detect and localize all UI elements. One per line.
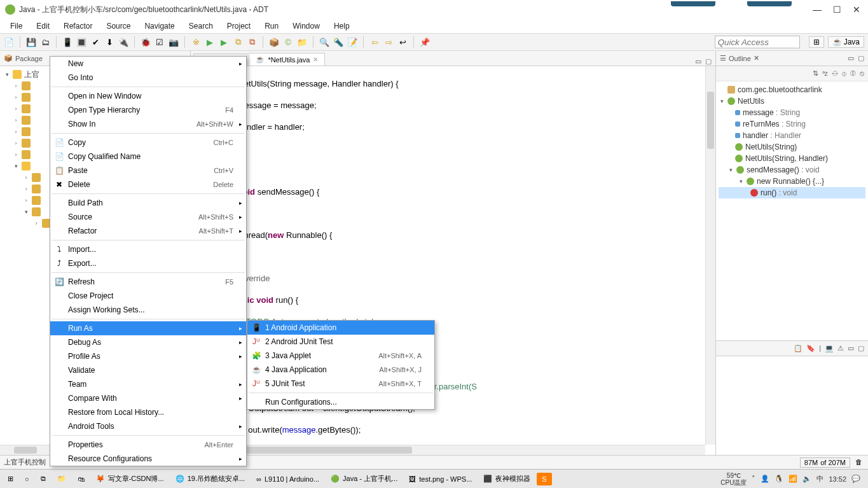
quick-access-input[interactable] — [715, 36, 800, 48]
forward-icon[interactable]: ⇨ — [383, 37, 394, 47]
close-icon[interactable]: ✕ — [313, 56, 318, 63]
menu-window[interactable]: Window — [286, 20, 326, 32]
tray-vol-icon[interactable]: 🔈 — [803, 475, 811, 483]
ctx-resource-cfg[interactable]: Resource Configurations▸ — [50, 452, 246, 466]
ctx-refactor[interactable]: RefactorAlt+Shift+T▸ — [50, 224, 246, 238]
editor-vscrollbar[interactable] — [705, 66, 715, 445]
menu-edit[interactable]: Edit — [30, 20, 56, 32]
new-icon[interactable]: 📄 — [4, 37, 14, 47]
perspective-open-icon[interactable]: ⊞ — [809, 36, 824, 48]
perspective-java[interactable]: ☕ Java — [828, 36, 864, 48]
avd-icon[interactable]: 🔳 — [76, 37, 86, 47]
sort-icon[interactable]: ⇅ — [813, 69, 818, 78]
runas-java-applet[interactable]: 🧩3 Java AppletAlt+Shift+X, A — [247, 349, 434, 363]
editor-max-icon[interactable]: ▢ — [705, 57, 712, 66]
run-last-icon[interactable]: ▶ — [219, 37, 229, 47]
chrome-icon[interactable]: 🌐19.吊炸酷炫安卓... — [170, 471, 250, 486]
hide-fields-icon[interactable]: ⦵ — [832, 69, 838, 78]
tray-penguin-icon[interactable]: 🐧 — [775, 475, 783, 483]
bottom-right-toolbar[interactable]: 📋 🔖 | 💻 ⚠ ▭ ▢ — [716, 341, 868, 356]
runas-java-app[interactable]: ☕4 Java ApplicationAlt+Shift+X, J — [247, 363, 434, 377]
runas-configurations[interactable]: Run Configurations... — [247, 395, 434, 409]
search-icon[interactable]: 🔦 — [333, 37, 343, 47]
menu-file[interactable]: File — [4, 20, 29, 32]
store-icon[interactable]: 🛍 — [72, 473, 90, 485]
editor-tabs[interactable]: rlActivity.java ☕ *NetUtils.java ✕ ▭▢ — [191, 51, 715, 66]
open-type-icon[interactable]: 🔍 — [319, 37, 329, 47]
ctx-debug-as[interactable]: Debug As▸ — [50, 335, 246, 349]
hide-nonpublic-icon[interactable]: ⦷ — [850, 69, 856, 78]
menu-help[interactable]: Help — [327, 20, 356, 32]
coverage-icon[interactable]: ⧉ — [233, 37, 243, 47]
ctx-build-path[interactable]: Build Path▸ — [50, 196, 246, 210]
ctx-assign-ws[interactable]: Assign Working Sets... — [50, 303, 246, 317]
ctx-open-type-hierarchy[interactable]: Open Type HierarchyF4 — [50, 103, 246, 117]
gc-icon[interactable]: 🗑 — [855, 458, 864, 467]
ctx-source[interactable]: SourceAlt+Shift+S▸ — [50, 210, 246, 224]
hide-static-icon[interactable]: ⦶ — [842, 69, 846, 78]
wps-icon[interactable]: 🖼test.png - WPS... — [404, 473, 477, 485]
ctx-import[interactable]: ⤵Import... — [50, 242, 246, 256]
back-icon[interactable]: ⇦ — [369, 37, 380, 47]
runas-junit[interactable]: Jᵁ5 JUnit TestAlt+Shift+X, T — [247, 377, 434, 391]
outline-min-icon[interactable]: ▭ — [848, 54, 854, 62]
run-icon[interactable]: ▶ — [205, 37, 215, 47]
new-package-icon[interactable]: 📦 — [269, 37, 279, 47]
ctx-properties[interactable]: PropertiesAlt+Enter — [50, 438, 246, 452]
outline-tree[interactable]: com.gec.bluetoothcarlink ▾NetUtils messa… — [716, 81, 868, 340]
explorer-icon[interactable]: 📁 — [52, 472, 71, 485]
save-icon[interactable]: 💾 — [26, 37, 36, 47]
menu-refactor[interactable]: Refactor — [57, 20, 99, 32]
ctx-export[interactable]: ⤴Export... — [50, 256, 246, 270]
debug-icon[interactable]: 🐞 — [141, 37, 151, 47]
windows-taskbar[interactable]: ⊞ ○ ⧉ 📁 🛍 🦊写文章-CSDN博... 🌐19.吊炸酷炫安卓... ∞L… — [0, 469, 868, 488]
outline-max-icon[interactable]: ▢ — [858, 54, 864, 62]
android-sdk-icon[interactable]: 📱 — [62, 37, 72, 47]
console-icon[interactable]: 💻 — [825, 344, 834, 352]
lint-icon[interactable]: ✔ — [90, 37, 100, 47]
hierarchy-icon[interactable]: ☑ — [155, 37, 165, 47]
context-menu-primary[interactable]: New▸ Go Into Open in New Window Open Typ… — [50, 56, 247, 466]
ctx-close-project[interactable]: Close Project — [50, 289, 246, 303]
tray-up-icon[interactable]: ˄ — [752, 475, 755, 483]
ctx-paste[interactable]: 📋PasteCtrl+V — [50, 164, 246, 178]
runas-android-app[interactable]: 📱1 Android Application — [247, 321, 434, 335]
menu-source[interactable]: Source — [100, 20, 137, 32]
start-button[interactable]: ⊞ — [3, 472, 18, 485]
tray-people-icon[interactable]: 👤 — [761, 475, 769, 483]
ext-tools-icon[interactable]: ⧉ — [247, 37, 257, 47]
annotation-icon[interactable]: 📝 — [347, 37, 357, 47]
context-menu-runas[interactable]: 📱1 Android Application Jᵁ2 Android JUnit… — [247, 320, 435, 410]
ctx-validate[interactable]: Validate — [50, 363, 246, 377]
problems-icon[interactable]: ⚠ — [837, 344, 844, 352]
ndk-icon[interactable]: ⬇ — [104, 37, 114, 47]
ctx-delete[interactable]: ✖DeleteDelete — [50, 178, 246, 192]
outline-class[interactable]: NetUtils — [738, 97, 764, 106]
close-button[interactable]: ✕ — [853, 4, 860, 15]
ctx-run-as[interactable]: Run As▸ — [50, 321, 246, 335]
debug-drop-icon[interactable]: ※ — [191, 37, 201, 47]
ctx-new[interactable]: New▸ — [50, 57, 246, 71]
last-edit-icon[interactable]: ↩ — [397, 37, 408, 47]
hide-local-icon[interactable]: ⦸ — [860, 69, 864, 78]
editor-hscrollbar[interactable] — [202, 445, 705, 455]
ctx-copy-qn[interactable]: 📄Copy Qualified Name — [50, 150, 246, 164]
tool-bar[interactable]: 📄 💾 🗂 📱 🔳 ✔ ⬇ 🔌 🐞 ☑ 📷 ※ ▶ ▶ ⧉ ⧉ 📦 © 📁 🔍 … — [0, 33, 868, 51]
editor-min-icon[interactable]: ▭ — [695, 57, 701, 66]
adb-icon[interactable]: 🔌 — [118, 37, 128, 47]
ctx-copy[interactable]: 📄CopyCtrl+C — [50, 136, 246, 150]
taskview-icon[interactable]: ⧉ — [36, 472, 51, 485]
minimize-button[interactable]: — — [813, 4, 822, 15]
ctx-open-new-window[interactable]: Open in New Window — [50, 89, 246, 103]
menu-run[interactable]: Run — [258, 20, 285, 32]
firefox-icon[interactable]: 🦊写文章-CSDN博... — [91, 471, 169, 486]
ctx-restore-lh[interactable]: Restore from Local History... — [50, 405, 246, 419]
save-all-icon[interactable]: 🗂 — [40, 37, 50, 47]
outline-toolbar[interactable]: ⇅ ᵃz ⦵ ⦶ ⦷ ⦸ — [716, 66, 868, 81]
outline-package[interactable]: com.gec.bluetoothcarlink — [738, 85, 822, 94]
tray-ime-icon[interactable]: 中 — [816, 474, 823, 484]
ctx-profile-as[interactable]: Profile As▸ — [50, 349, 246, 363]
system-tray[interactable]: 59℃CPU温度 ˄ 👤 🐧 📶 🔈 中 13:52 💬 — [720, 472, 865, 486]
maximize-button[interactable]: ☐ — [833, 4, 841, 15]
tray-notif-icon[interactable]: 💬 — [851, 475, 860, 483]
